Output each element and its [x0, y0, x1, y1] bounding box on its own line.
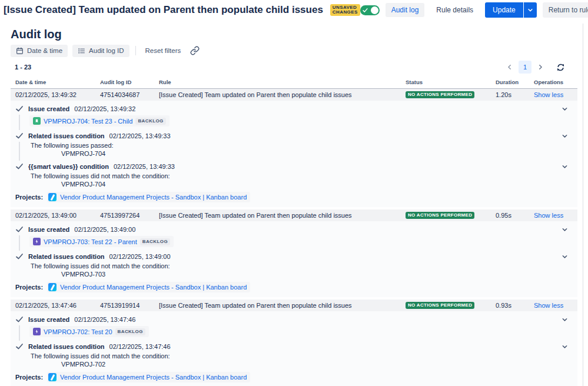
filter-audit-log-id-label: Audit log ID — [89, 47, 124, 54]
return-to-rules-button[interactable]: Return to rules — [543, 2, 588, 18]
expand-item-button[interactable] — [562, 252, 568, 262]
check-icon — [363, 8, 368, 13]
entry-id: 47513919914 — [100, 302, 159, 309]
expand-item-button[interactable] — [562, 162, 568, 172]
project-avatar-icon — [48, 193, 57, 201]
entry-duration: 0.95s — [496, 212, 534, 219]
audit-item: {{smart values}} condition 02/12/2025, 1… — [15, 162, 573, 188]
chevron-right-icon — [537, 64, 543, 70]
update-dropdown-button[interactable] — [523, 2, 537, 18]
check-icon — [15, 132, 24, 140]
automation-audit-log-page: [Issue Created] Team updated on Parent t… — [0, 0, 588, 386]
audit-entry: 02/12/2025, 13:49:32 47514034687 [Issue … — [11, 89, 577, 207]
item-timestamp: 02/12/2025, 13:49:33 — [109, 132, 171, 139]
issue-link[interactable]: VPMPROJ-702: Test 20 — [44, 328, 112, 335]
audit-log-main: Audit log Date & time Audit — [0, 28, 588, 386]
issue-link[interactable]: VPMPROJ-703: Test 22 - Parent — [44, 238, 137, 245]
entry-id: 47513997264 — [100, 212, 159, 219]
item-timestamp: 02/12/2025, 13:49:00 — [74, 226, 135, 233]
result-range: 1 - 23 — [11, 64, 31, 71]
audit-entry-header: 02/12/2025, 13:47:46 47513919914 [Issue … — [11, 300, 577, 311]
issue-chip[interactable]: VPMPROJ-702: Test 20 BACKLOG — [29, 326, 149, 337]
chevron-down-icon — [562, 164, 568, 170]
chevron-down-icon — [562, 227, 568, 233]
tab-audit-log[interactable]: Audit log — [386, 3, 425, 17]
table-header-row: Date & time Audit log ID Rule Status Dur… — [11, 79, 577, 89]
item-title: Issue created — [28, 316, 69, 323]
rule-title: [Issue Created] Team updated on Parent t… — [4, 4, 323, 16]
check-icon — [15, 342, 24, 351]
page-number-button[interactable]: 1 — [519, 61, 531, 74]
link-icon — [190, 46, 200, 55]
item-timestamp: 02/12/2025, 13:49:33 — [114, 163, 175, 170]
item-title: Related issues condition — [28, 132, 105, 139]
audit-entry-header: 02/12/2025, 13:49:32 47514034687 [Issue … — [11, 89, 577, 101]
page-title: Audit log — [11, 28, 577, 41]
item-detail-issue-key: VPMPROJ-703 — [61, 271, 573, 278]
reset-filters-button[interactable]: Reset filters — [142, 45, 185, 56]
audit-item: Related issues condition 02/12/2025, 13:… — [15, 252, 573, 278]
tab-rule-details[interactable]: Rule details — [430, 3, 479, 17]
project-link[interactable]: Vendor Product Management Projects - San… — [60, 374, 247, 381]
rule-enabled-toggle[interactable] — [360, 5, 380, 15]
projects-row: Projects: Vendor Product Management Proj… — [15, 282, 573, 292]
entry-duration: 1.20s — [496, 91, 534, 98]
prev-page-button[interactable] — [503, 61, 516, 74]
chevron-down-icon — [527, 7, 533, 13]
item-timestamp: 02/12/2025, 13:49:32 — [74, 105, 135, 112]
refresh-button[interactable] — [554, 61, 567, 74]
show-less-link[interactable]: Show less — [534, 302, 577, 309]
item-detail-issue-key: VPMPROJ-704 — [61, 181, 573, 188]
show-less-link[interactable]: Show less — [534, 91, 577, 98]
col-header-status: Status — [406, 79, 496, 85]
check-icon — [15, 225, 24, 234]
project-chip[interactable]: Vendor Product Management Projects - San… — [47, 372, 250, 382]
filter-date-time-button[interactable]: Date & time — [11, 45, 68, 57]
copy-link-button[interactable] — [189, 45, 201, 56]
expand-item-button[interactable] — [562, 342, 568, 352]
issue-chip[interactable]: VPMPROJ-704: Test 23 - Child BACKLOG — [29, 115, 170, 127]
issue-link[interactable]: VPMPROJ-704: Test 23 - Child — [44, 118, 132, 125]
vertical-scrollbar[interactable] — [583, 24, 588, 386]
project-link[interactable]: Vendor Product Management Projects - San… — [60, 284, 247, 291]
audit-item: Related issues condition 02/12/2025, 13:… — [15, 131, 573, 157]
item-timestamp: 02/12/2025, 13:49:00 — [109, 253, 171, 260]
issue-status-lozenge: BACKLOG — [115, 328, 145, 335]
expand-item-button[interactable] — [562, 131, 568, 142]
expand-item-button[interactable] — [562, 225, 568, 235]
entry-rule: [Issue Created] Team updated on Parent t… — [159, 91, 406, 98]
audit-item: Issue created 02/12/2025, 13:49:32 VPMPR… — [15, 104, 573, 127]
item-timestamp: 02/12/2025, 13:47:46 — [109, 343, 171, 350]
chevron-down-icon — [562, 106, 568, 112]
project-avatar-icon — [48, 373, 57, 381]
audit-item: Related issues condition 02/12/2025, 13:… — [15, 342, 573, 368]
update-button[interactable]: Update — [485, 2, 523, 18]
epic-icon — [33, 328, 41, 335]
filter-audit-log-id-button[interactable]: Audit log ID — [72, 45, 129, 57]
project-chip[interactable]: Vendor Product Management Projects - San… — [47, 282, 250, 292]
status-badge: NO ACTIONS PERFORMED — [406, 212, 474, 219]
item-timestamp: 02/12/2025, 13:47:46 — [74, 316, 135, 323]
calendar-icon — [16, 47, 24, 55]
toggle-knob — [371, 6, 378, 14]
show-less-link[interactable]: Show less — [534, 212, 577, 219]
project-chip[interactable]: Vendor Product Management Projects - San… — [47, 192, 250, 202]
expand-item-button[interactable] — [562, 315, 568, 325]
item-title: Related issues condition — [28, 253, 105, 260]
next-page-button[interactable] — [534, 61, 547, 74]
item-title: Issue created — [28, 226, 69, 233]
filter-divider — [135, 46, 136, 55]
status-badge: NO ACTIONS PERFORMED — [406, 91, 474, 98]
issue-status-lozenge: BACKLOG — [140, 238, 170, 245]
project-link[interactable]: Vendor Product Management Projects - San… — [60, 194, 247, 201]
entry-datetime: 02/12/2025, 13:47:46 — [15, 302, 100, 309]
audit-entry-body: Issue created 02/12/2025, 13:49:32 VPMPR… — [11, 101, 577, 207]
item-title: Issue created — [28, 105, 69, 112]
item-detail-text: The following issues did not match the c… — [31, 352, 573, 360]
audit-entry: 02/12/2025, 13:49:00 47513997264 [Issue … — [11, 209, 577, 297]
entry-rule: [Issue Created] Team updated on Parent t… — [159, 302, 406, 309]
col-header-rule: Rule — [159, 79, 406, 85]
refresh-icon — [556, 63, 565, 72]
expand-item-button[interactable] — [562, 104, 568, 115]
issue-chip[interactable]: VPMPROJ-703: Test 22 - Parent BACKLOG — [29, 236, 174, 247]
